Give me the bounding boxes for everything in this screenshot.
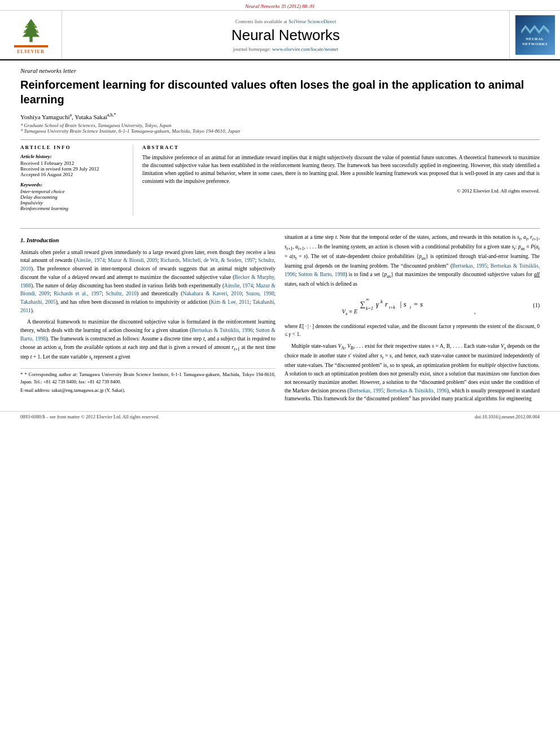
- formula-block: Vs ≡ E ∑ k=1 ∞ γ k r t+k | s: [285, 293, 540, 318]
- bottom-bar: 0893-6080/$ – see front matter © 2012 El…: [0, 411, 560, 422]
- svg-text:t+k: t+k: [389, 305, 396, 310]
- divider-1: [20, 139, 540, 140]
- elsevier-logo-area: ELSEVIER: [0, 11, 62, 59]
- section1-title: 1. Introduction: [20, 235, 275, 245]
- cite-ainslie1974[interactable]: Ainslie, 1974: [76, 257, 105, 263]
- cite-richards1997[interactable]: Richards, Mitchell, de Wit, & Seiden, 19…: [160, 257, 255, 263]
- article-info-header: ARTICLE INFO: [20, 145, 126, 150]
- formula-container: Vs ≡ E ∑ k=1 ∞ γ k r t+k | s: [285, 293, 540, 318]
- formula-equation: Vs ≡ E ∑ k=1 ∞ γ k r t+k | s: [285, 293, 533, 318]
- doi-text: doi:10.1016/j.neunet.2012.08.004: [475, 414, 540, 420]
- sciverse-link[interactable]: SciVerse ScienceDirect: [288, 19, 336, 24]
- article-type: Neural networks letter: [20, 67, 540, 74]
- keywords-section: Keywords: Inter-temporal choice Delay di…: [20, 182, 126, 211]
- page: Neural Networks 35 (2012) 88–91: [0, 0, 560, 747]
- keyword-3: Impulsivity: [20, 200, 126, 206]
- cite-mazur2009[interactable]: Mazur & Biondi, 2009: [108, 257, 158, 263]
- article-body-top: Neural networks letter Reinforcement lea…: [0, 60, 560, 228]
- cite-ainslie1974b[interactable]: Ainslie, 1974: [224, 283, 253, 289]
- svg-point-7: [36, 29, 38, 32]
- article-title: Reinforcement learning for discounted va…: [20, 77, 540, 107]
- homepage-link[interactable]: www.elsevier.com/locate/neunet: [272, 46, 338, 52]
- right-para-1: situation at a time step t. Note that th…: [285, 233, 540, 289]
- keyword-2: Delay discounting: [20, 194, 126, 200]
- sciverse-line: Contents lists available at SciVerse Sci…: [235, 19, 336, 24]
- cite-sozou1998[interactable]: Sozou, 1998: [246, 291, 274, 296]
- svg-point-5: [34, 24, 36, 27]
- abstract-paragraph: The impulsive preference of an animal fo…: [142, 154, 540, 186]
- affiliation-a: ᵃ Graduate School of Brain Sciences, Tam…: [20, 123, 540, 128]
- journal-top-text: Neural Networks 35 (2012) 88–91: [245, 3, 315, 9]
- cite-kim2011[interactable]: Kim & Lee, 2011: [211, 299, 249, 305]
- intro-para-2: A theoretical framework to maximize the …: [20, 318, 275, 362]
- footnote-email-text: E-mail address: sakai@eng.tamagawa.ac.jp…: [20, 387, 125, 393]
- received-date: Received 1 February 2012: [20, 160, 126, 166]
- svg-text:γ: γ: [376, 300, 379, 308]
- svg-text:k=1: k=1: [366, 306, 373, 311]
- nn-logo-text: NEURAL NETWORKS: [522, 37, 548, 47]
- abstract-header: ABSTRACT: [142, 145, 540, 150]
- svg-text:t: t: [410, 305, 412, 310]
- authors: Yoshiya Yamaguchia, Yutaka Sakaia,b,*: [20, 112, 540, 120]
- body-col-left: 1. Introduction Animals often prefer a s…: [20, 233, 275, 407]
- article-info-abstract: ARTICLE INFO Article history: Received 1…: [20, 145, 540, 216]
- svg-text:k: k: [380, 299, 383, 304]
- history-section: Article history: Received 1 February 201…: [20, 154, 126, 177]
- svg-text:= s: = s: [413, 300, 423, 308]
- issn-text: 0893-6080/$ – see front matter © 2012 El…: [20, 414, 159, 420]
- keyword-1: Inter-temporal choice: [20, 189, 126, 194]
- cite-schultz2010b[interactable]: Schultz, 2010: [106, 291, 137, 296]
- elsevier-wordmark: ELSEVIER: [17, 49, 44, 54]
- abstract-text: The impulsive preference of an animal fo…: [142, 154, 540, 186]
- journal-header-center: Contents lists available at SciVerse Sci…: [62, 11, 509, 59]
- cite-richards1997b[interactable]: Richards et al., 1997: [54, 291, 102, 296]
- cite-bertsekas1996[interactable]: Bertsekas & Tsitsiklis, 1996: [191, 327, 252, 333]
- formula-bracket-svg: ∑ k=1 ∞ γ k r t+k | s t = s: [360, 293, 473, 313]
- journal-top-bar: Neural Networks 35 (2012) 88–91: [0, 0, 560, 11]
- cite-takahashi2005[interactable]: Takahashi, 2005: [20, 299, 56, 305]
- divider-2: [20, 228, 540, 229]
- right-para-2: where E[ · | · ] denotes the conditional…: [285, 322, 540, 339]
- revised-date: Received in revised form 29 July 2012: [20, 166, 126, 172]
- sup-a: a: [70, 112, 72, 117]
- elsevier-logo: ELSEVIER: [14, 16, 48, 54]
- right-para-3: Multiple state-values VA, VB, . . . exis…: [285, 342, 540, 403]
- journal-name: Neural Networks: [231, 27, 340, 44]
- footnote-email: E-mail address: sakai@eng.tamagawa.ac.jp…: [20, 387, 275, 394]
- footnote-star-text: * Corresponding author at: Tamagawa Univ…: [20, 372, 275, 385]
- svg-text:∞: ∞: [366, 297, 369, 302]
- journal-header: ELSEVIER Contents lists available at Sci…: [0, 11, 560, 60]
- cite-nakahara2010[interactable]: Nakahara & Kaveri, 2010: [182, 291, 242, 296]
- footnote-star: * * Corresponding author at: Tamagawa Un…: [20, 371, 275, 386]
- homepage-line: journal homepage: www.elsevier.com/locat…: [233, 46, 338, 52]
- nn-logo-wave-icon: [521, 23, 549, 34]
- affiliations: ᵃ Graduate School of Brain Sciences, Tam…: [20, 123, 540, 134]
- author-yamaguchi: Yoshiya Yamaguchia, Yutaka Sakaia,b,*: [20, 113, 116, 120]
- cite-sutton1998b[interactable]: Sutton & Barto, 1998: [299, 272, 345, 277]
- abstract-col: ABSTRACT The impulsive preference of an …: [142, 145, 540, 216]
- article-info-col: ARTICLE INFO Article history: Received 1…: [20, 145, 133, 216]
- footnote-area-left: * * Corresponding author at: Tamagawa Un…: [20, 368, 275, 395]
- cite-bertsekas1995[interactable]: Bertsekas, 1995: [452, 263, 487, 269]
- cite-bertsekas1996c[interactable]: Bertsekas & Tsitsiklis, 1996: [387, 388, 447, 394]
- svg-text:| s: | s: [400, 300, 406, 308]
- nn-logo-box: NEURAL NETWORKS: [515, 15, 555, 55]
- intro-para-1: Animals often prefer a small reward give…: [20, 248, 275, 315]
- elsevier-tree-icon: [14, 16, 48, 45]
- elsevier-color-bar: [14, 45, 48, 47]
- body-two-col: 1. Introduction Animals often prefer a s…: [0, 233, 560, 407]
- svg-text:r: r: [385, 300, 388, 308]
- svg-point-4: [25, 24, 28, 27]
- sup-ab: a,b,*: [107, 112, 116, 117]
- svg-point-6: [24, 29, 26, 32]
- copyright: © 2012 Elsevier Ltd. All rights reserved…: [142, 188, 540, 194]
- affiliation-b: ᵇ Tamagawa University Brain Science Inst…: [20, 128, 540, 134]
- keyword-4: Reinforcement learning: [20, 206, 126, 211]
- history-label: Article history:: [20, 154, 126, 159]
- nn-logo-area: NEURAL NETWORKS: [509, 11, 560, 59]
- accepted-date: Accepted 16 August 2012: [20, 172, 126, 177]
- keywords-list: Inter-temporal choice Delay discounting …: [20, 189, 126, 211]
- keywords-label: Keywords:: [20, 182, 126, 187]
- cite-bertsekas1995b[interactable]: Bertsekas, 1995: [349, 388, 384, 394]
- svg-text:∑: ∑: [360, 300, 365, 308]
